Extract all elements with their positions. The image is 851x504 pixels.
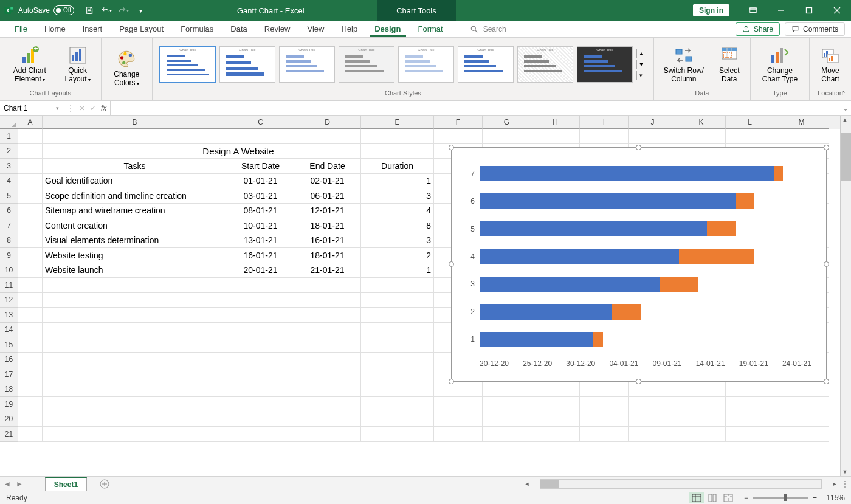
cell[interactable]: 16-01-21: [294, 233, 361, 249]
cell[interactable]: [294, 308, 361, 323]
col-header-D[interactable]: D: [294, 116, 361, 129]
chart-style-7[interactable]: Chart Title: [517, 46, 573, 83]
cell[interactable]: [43, 278, 227, 293]
col-header-E[interactable]: E: [361, 116, 434, 129]
cell[interactable]: [726, 427, 774, 442]
cell[interactable]: [294, 278, 361, 293]
cell[interactable]: 06-01-21: [294, 188, 361, 204]
tab-home[interactable]: Home: [36, 21, 74, 36]
tab-split-icon[interactable]: ⋮: [841, 480, 849, 488]
cell[interactable]: Duration: [361, 159, 434, 174]
fx-icon[interactable]: fx: [101, 104, 106, 112]
row-header[interactable]: 13: [0, 308, 18, 323]
cell[interactable]: 4: [361, 204, 434, 219]
redo-icon[interactable]: ▾: [118, 5, 129, 16]
horizontal-scrollbar[interactable]: ◄ ►: [523, 478, 839, 489]
cell[interactable]: [361, 129, 434, 144]
resize-handle-ne[interactable]: [824, 145, 829, 150]
cell[interactable]: [483, 427, 531, 442]
cell[interactable]: [18, 204, 43, 219]
cell[interactable]: [227, 427, 294, 442]
cell[interactable]: [629, 412, 677, 427]
cell[interactable]: [43, 293, 227, 308]
cell[interactable]: [774, 427, 829, 442]
zoom-level[interactable]: 115%: [822, 494, 845, 502]
col-header-H[interactable]: H: [531, 116, 580, 129]
cell[interactable]: [43, 427, 227, 442]
cell[interactable]: [43, 382, 227, 398]
cell[interactable]: 18-01-21: [294, 248, 361, 263]
tab-format[interactable]: Format: [410, 21, 452, 36]
add-chart-element-button[interactable]: + Add Chart Element▾: [4, 43, 56, 85]
cell[interactable]: [294, 353, 361, 368]
cell[interactable]: [18, 337, 43, 353]
cell[interactable]: [294, 397, 361, 412]
cell[interactable]: [483, 382, 531, 398]
row-header[interactable]: 12: [0, 293, 18, 308]
chart-bar-series2[interactable]: [736, 193, 754, 209]
cell[interactable]: Scope definition and timeline creation: [43, 188, 227, 204]
cell[interactable]: [43, 308, 227, 323]
cell[interactable]: [18, 144, 43, 159]
chart-plot-area[interactable]: 1234567: [480, 160, 811, 353]
cell[interactable]: [18, 218, 43, 233]
cell[interactable]: [18, 188, 43, 204]
cell[interactable]: [629, 427, 677, 442]
maximize-icon[interactable]: [795, 0, 823, 21]
scroll-right-icon[interactable]: ►: [830, 480, 839, 488]
cell[interactable]: Visual elements determination: [43, 233, 227, 249]
cell[interactable]: 8: [361, 218, 434, 233]
comments-button[interactable]: Comments: [785, 22, 845, 36]
chart-bar-series2[interactable]: [612, 304, 641, 319]
expand-formula-bar-icon[interactable]: ⌄: [839, 101, 851, 115]
cell[interactable]: [483, 397, 531, 412]
cell[interactable]: [434, 397, 483, 412]
cell[interactable]: [629, 382, 677, 398]
ribbon-display-icon[interactable]: [739, 0, 767, 21]
change-colors-button[interactable]: Change Colors▾: [105, 46, 148, 89]
cell[interactable]: 03-01-21: [227, 188, 294, 204]
cell[interactable]: [227, 337, 294, 353]
chart-style-5[interactable]: Chart Title: [398, 46, 454, 83]
cell[interactable]: [726, 397, 774, 412]
tab-page-layout[interactable]: Page Layout: [111, 21, 172, 36]
col-header-K[interactable]: K: [677, 116, 726, 129]
cell[interactable]: [629, 397, 677, 412]
cell[interactable]: 1: [361, 263, 434, 278]
cell[interactable]: [43, 367, 227, 382]
h-scroll-thumb[interactable]: [540, 480, 559, 488]
cell[interactable]: [227, 323, 294, 338]
col-header-B[interactable]: B: [43, 116, 227, 129]
cell[interactable]: [361, 293, 434, 308]
cell[interactable]: [227, 353, 294, 368]
resize-handle-e[interactable]: [824, 261, 829, 267]
cell[interactable]: 21-01-21: [294, 263, 361, 278]
cell[interactable]: [18, 367, 43, 382]
save-icon[interactable]: [84, 5, 95, 16]
resize-handle-w[interactable]: [449, 261, 454, 267]
vertical-scrollbar[interactable]: ▲ ▼: [840, 116, 851, 476]
chart-style-3[interactable]: Chart Title: [279, 46, 335, 83]
zoom-out-icon[interactable]: −: [744, 494, 748, 502]
cell[interactable]: [483, 412, 531, 427]
signin-button[interactable]: Sign in: [693, 4, 729, 16]
cell[interactable]: Sitemap and wireframe creation: [43, 204, 227, 219]
cell[interactable]: 2: [361, 248, 434, 263]
cell[interactable]: [774, 382, 829, 398]
row-header[interactable]: 14: [0, 323, 18, 338]
autosave-toggle[interactable]: AutoSave Off: [18, 5, 74, 15]
name-box[interactable]: Chart 1: [0, 101, 63, 115]
cell[interactable]: [361, 367, 434, 382]
chart-bar-series2[interactable]: [679, 249, 755, 264]
row-header[interactable]: 2: [0, 144, 18, 159]
chart-bar-series1[interactable]: [480, 193, 736, 209]
cell[interactable]: [726, 382, 774, 398]
cell[interactable]: [18, 278, 43, 293]
share-button[interactable]: Share: [736, 22, 780, 36]
cell[interactable]: 01-01-21: [227, 174, 294, 189]
chart-style-6[interactable]: Chart Title: [458, 46, 514, 83]
chart-bar-series1[interactable]: [480, 332, 593, 347]
tab-data[interactable]: Data: [222, 21, 255, 36]
gallery-more-icon[interactable]: ▾: [636, 71, 646, 80]
cell[interactable]: [629, 129, 677, 144]
